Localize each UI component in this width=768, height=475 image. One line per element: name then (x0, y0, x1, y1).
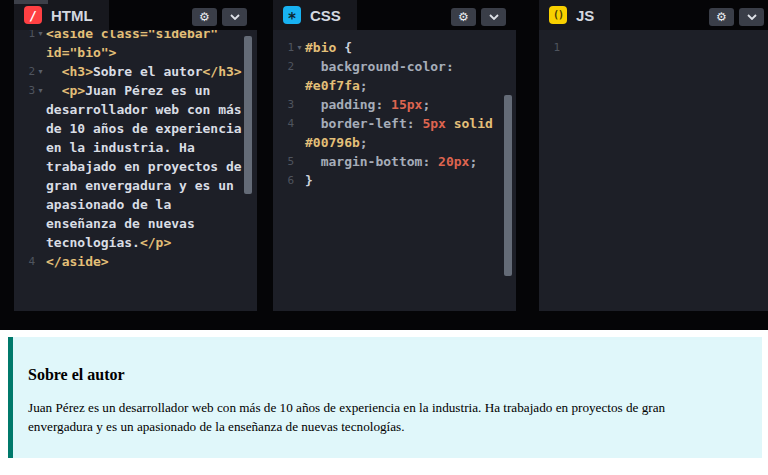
gear-icon: ⚙ (199, 11, 210, 23)
code-token: ; (360, 135, 368, 150)
code-token: 5px (422, 116, 445, 131)
code-token: </aside> (46, 254, 109, 269)
code-text: margin-bottom: 20px; (305, 152, 504, 171)
code-line[interactable]: 4</aside> (20, 252, 245, 271)
code-text: background-color: #e0f7fa; (305, 57, 504, 95)
css-editor-scrollbar[interactable] (504, 95, 512, 276)
fold-arrow-icon[interactable]: ▾ (35, 81, 46, 100)
code-token: padding: (305, 97, 391, 112)
js-panel: () JS ⚙ 1 (539, 0, 768, 311)
line-number: 1 (279, 38, 294, 57)
chevron-down-icon (747, 14, 757, 20)
code-line[interactable]: 3▾ <p>Juan Pérez es un desarrollador web… (20, 81, 245, 252)
line-number: 6 (279, 171, 294, 190)
code-text: border-left: 5px solid #00796b; (305, 114, 504, 152)
code-text: </aside> (46, 252, 245, 271)
code-token: </p> (140, 235, 171, 250)
code-line[interactable]: 6} (279, 171, 504, 190)
code-text: padding: 15px; (305, 95, 504, 114)
code-token: ; (360, 78, 368, 93)
js-code-editor[interactable]: 1 (539, 30, 768, 311)
code-line[interactable]: 2 background-color: #e0f7fa; (279, 57, 504, 95)
chevron-down-icon (230, 14, 240, 20)
code-token: <aside class="sidebar" id="bio"> (46, 30, 226, 60)
css-code-editor[interactable]: 1▾#bio {2 background-color: #e0f7fa;3 pa… (273, 30, 516, 311)
code-token: solid (454, 116, 493, 131)
js-collapse-button[interactable] (739, 8, 764, 26)
code-token (46, 83, 62, 98)
code-token: ; (469, 154, 477, 169)
code-line[interactable]: 4 border-left: 5px solid #00796b; (279, 114, 504, 152)
preview-paragraph: Juan Pérez es un desarrollador web con m… (28, 398, 747, 436)
tab-css-label: CSS (310, 7, 341, 24)
line-number: 2 (20, 62, 35, 81)
js-icon: () (549, 6, 567, 24)
code-token: #00796b (305, 135, 360, 150)
paragraph-line: Juan Pérez es un desarrollador web con m… (28, 398, 747, 417)
tab-html-label: HTML (51, 7, 93, 24)
line-number: 5 (279, 152, 294, 171)
code-token (493, 116, 501, 131)
html-editor-scrollbar[interactable] (244, 36, 252, 194)
html-icon: / (24, 6, 42, 24)
css-icon: * (283, 6, 301, 24)
code-token: } (305, 173, 313, 188)
code-line[interactable]: 5 margin-bottom: 20px; (279, 152, 504, 171)
bio-aside: Sobre el autor Juan Pérez es un desarrol… (8, 337, 762, 458)
fold-arrow-icon[interactable]: ▾ (35, 62, 46, 81)
tab-css[interactable]: * CSS (273, 0, 357, 30)
preview-heading: Sobre el autor (28, 364, 747, 385)
code-token: <p> (62, 83, 85, 98)
line-number: 4 (20, 252, 35, 271)
html-code-editor[interactable]: 1▾<aside class="sidebar" id="bio">2▾ <h3… (14, 30, 257, 311)
code-line[interactable]: 1▾<aside class="sidebar" id="bio"> (20, 30, 245, 62)
tab-js[interactable]: () JS (539, 0, 610, 30)
fold-arrow-icon[interactable]: ▾ (35, 30, 46, 43)
css-collapse-button[interactable] (481, 8, 506, 26)
code-token: margin-bottom: (305, 154, 438, 169)
code-token: ; (422, 97, 430, 112)
code-line[interactable]: 1 (545, 38, 756, 57)
line-number: 1 (545, 38, 560, 57)
gear-icon: ⚙ (716, 11, 727, 23)
tab-html[interactable]: / HTML (14, 0, 109, 30)
codepen-editor-window: / HTML ⚙ 1▾<aside class="sidebar" id="bi… (0, 0, 768, 475)
code-token: <h3> (62, 64, 93, 79)
paragraph-line: envergadura y es un apasionado de la ens… (28, 417, 747, 436)
preview-pane: Sobre el autor Juan Pérez es un desarrol… (0, 330, 768, 475)
html-panel: / HTML ⚙ 1▾<aside class="sidebar" id="bi… (14, 0, 257, 311)
gear-icon: ⚙ (458, 11, 469, 23)
code-token: #bio (305, 40, 336, 55)
code-text: } (305, 171, 504, 190)
fold-arrow-icon[interactable]: ▾ (294, 38, 305, 57)
line-number: 1 (20, 30, 35, 43)
code-token: 20px (438, 154, 469, 169)
code-token: Juan Pérez es un desarrollador web con m… (46, 83, 250, 250)
tab-highlight (14, 0, 48, 4)
code-token: #e0f7fa (305, 78, 360, 93)
chevron-down-icon (489, 14, 499, 20)
css-settings-button[interactable]: ⚙ (451, 8, 476, 26)
code-line[interactable]: 1▾#bio { (279, 38, 504, 57)
code-token: border-left: (305, 116, 422, 131)
code-line[interactable]: 2▾ <h3>Sobre el autor</h3> (20, 62, 245, 81)
code-text: <aside class="sidebar" id="bio"> (46, 30, 245, 62)
code-token: Sobre el autor (93, 64, 203, 79)
line-number: 4 (279, 114, 294, 133)
code-token: background-color: (305, 59, 462, 74)
html-settings-button[interactable]: ⚙ (192, 8, 217, 26)
code-line[interactable]: 3 padding: 15px; (279, 95, 504, 114)
code-token: 15px (391, 97, 422, 112)
code-text: <p>Juan Pérez es un desarrollador web co… (46, 81, 245, 252)
code-token (446, 116, 454, 131)
js-settings-button[interactable]: ⚙ (709, 8, 734, 26)
code-text: #bio { (305, 38, 504, 57)
line-number: 3 (279, 95, 294, 114)
code-token: </h3> (203, 64, 242, 79)
code-text: <h3>Sobre el autor</h3> (46, 62, 245, 81)
line-number: 2 (279, 57, 294, 76)
line-number: 3 (20, 81, 35, 100)
css-panel: * CSS ⚙ 1▾#bio {2 background-color: #e0f… (273, 0, 516, 311)
tab-js-label: JS (576, 7, 594, 24)
html-collapse-button[interactable] (222, 8, 247, 26)
